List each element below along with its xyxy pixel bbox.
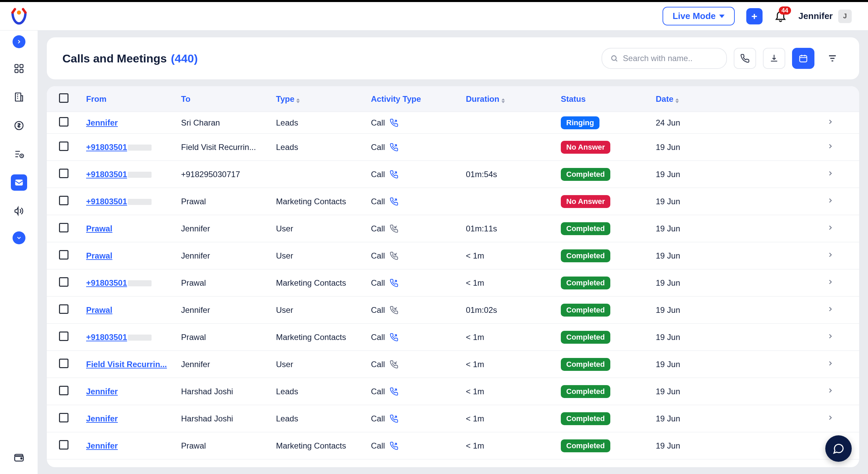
row-expand-button[interactable] <box>827 170 847 179</box>
select-all-checkbox[interactable] <box>59 93 68 103</box>
activity-cell: Call <box>371 414 466 423</box>
chevron-right-icon <box>827 387 834 394</box>
app-logo[interactable] <box>9 7 28 26</box>
row-checkbox[interactable] <box>59 331 68 341</box>
status-badge: Completed <box>561 439 610 452</box>
date-cell: 19 Jun <box>656 387 827 396</box>
row-checkbox[interactable] <box>59 169 68 178</box>
row-checkbox[interactable] <box>59 141 68 151</box>
sidebar-item-wallet[interactable] <box>11 450 27 466</box>
from-link[interactable]: Jennifer <box>86 387 118 396</box>
live-mode-label: Live Mode <box>673 11 716 21</box>
row-checkbox[interactable] <box>59 304 68 314</box>
sidebar-more-button[interactable] <box>13 231 25 244</box>
row-expand-button[interactable] <box>827 360 847 369</box>
from-link[interactable]: Prawal <box>86 251 112 260</box>
row-expand-button[interactable] <box>827 414 847 423</box>
col-from[interactable]: From <box>86 94 181 104</box>
row-checkbox[interactable] <box>59 359 68 368</box>
svg-point-10 <box>21 458 22 459</box>
sidebar-item-mail[interactable] <box>11 174 27 191</box>
from-link[interactable]: Prawal <box>86 305 112 315</box>
search-icon <box>610 54 618 63</box>
user-menu[interactable]: Jennifer J <box>798 10 852 23</box>
duration-cell: < 1m <box>466 414 561 423</box>
chat-fab[interactable] <box>825 435 852 462</box>
col-activity-type[interactable]: Activity Type <box>371 94 466 104</box>
redacted-text <box>128 145 152 151</box>
user-name: Jennifer <box>798 11 833 21</box>
svg-rect-2 <box>20 64 23 68</box>
col-type[interactable]: Type <box>276 94 371 104</box>
row-checkbox[interactable] <box>59 117 68 127</box>
phone-button[interactable] <box>734 48 756 69</box>
to-cell: Harshad Joshi <box>181 414 276 423</box>
from-link[interactable]: Jennifer <box>86 441 118 450</box>
search-input[interactable] <box>622 53 718 63</box>
date-cell: 19 Jun <box>656 251 827 261</box>
main-content: Calls and Meetings (440) From <box>38 31 868 474</box>
search-input-wrap[interactable] <box>601 48 727 69</box>
date-cell: 19 Jun <box>656 170 827 179</box>
from-link[interactable]: +91803501 <box>86 170 127 179</box>
activity-cell: Call <box>371 278 466 288</box>
row-checkbox[interactable] <box>59 196 68 205</box>
from-link[interactable]: Jennifer <box>86 414 118 423</box>
to-cell: Jennifer <box>181 251 276 261</box>
sidebar-item-billing[interactable] <box>11 117 27 134</box>
sidebar-item-dashboard[interactable] <box>11 60 27 77</box>
activity-cell: Call <box>371 305 466 315</box>
add-button[interactable]: + <box>746 8 763 24</box>
live-mode-dropdown[interactable]: Live Mode <box>663 7 735 25</box>
row-expand-button[interactable] <box>827 197 847 206</box>
row-expand-button[interactable] <box>827 118 847 128</box>
activity-cell: Call <box>371 360 466 369</box>
calendar-button[interactable] <box>792 48 814 69</box>
call-outgoing-icon <box>390 118 398 127</box>
row-expand-button[interactable] <box>827 387 847 396</box>
sidebar-item-company[interactable] <box>11 89 27 105</box>
from-link[interactable]: +91803501 <box>86 143 127 152</box>
row-expand-button[interactable] <box>827 333 847 342</box>
table-row: Jennifer Harshad Joshi Leads Call < 1m C… <box>47 378 859 405</box>
notifications-button[interactable]: 44 <box>774 9 787 23</box>
from-link[interactable]: +91803501 <box>86 197 127 206</box>
duration-cell: 01m:11s <box>466 224 561 233</box>
row-checkbox[interactable] <box>59 277 68 287</box>
download-button[interactable] <box>763 48 785 69</box>
sidebar-item-campaigns[interactable] <box>11 203 27 219</box>
from-link[interactable]: +91803501 <box>86 278 127 287</box>
sidebar-expand-button[interactable] <box>13 35 25 48</box>
row-checkbox[interactable] <box>59 223 68 232</box>
status-badge: Completed <box>561 222 610 235</box>
redacted-text <box>128 172 152 178</box>
row-expand-button[interactable] <box>827 278 847 288</box>
table-row: Prawal Jennifer User Call 01m:11s Comple… <box>47 215 859 242</box>
col-to[interactable]: To <box>181 94 276 104</box>
row-expand-button[interactable] <box>827 143 847 152</box>
building-icon <box>14 92 24 102</box>
row-checkbox[interactable] <box>59 413 68 422</box>
col-date[interactable]: Date <box>656 94 827 104</box>
from-link[interactable]: Field Visit Recurrin... <box>86 360 167 369</box>
status-badge: Completed <box>561 249 610 262</box>
row-expand-button[interactable] <box>827 305 847 315</box>
duration-cell: < 1m <box>466 387 561 396</box>
chevron-right-icon <box>827 251 834 259</box>
row-checkbox[interactable] <box>59 250 68 260</box>
status-badge: No Answer <box>561 141 610 154</box>
row-expand-button[interactable] <box>827 224 847 233</box>
row-checkbox[interactable] <box>59 386 68 395</box>
col-status[interactable]: Status <box>561 94 656 104</box>
from-link[interactable]: Jennifer <box>86 118 118 127</box>
type-cell: Marketing Contacts <box>276 333 371 342</box>
col-duration[interactable]: Duration <box>466 94 561 104</box>
row-checkbox[interactable] <box>59 440 68 450</box>
filter-button[interactable] <box>821 48 844 69</box>
sidebar-item-tasks[interactable] <box>11 146 27 162</box>
chevron-right-icon <box>827 414 834 421</box>
row-expand-button[interactable] <box>827 251 847 261</box>
from-link[interactable]: +91803501 <box>86 333 127 342</box>
type-cell: User <box>276 251 371 261</box>
from-link[interactable]: Prawal <box>86 224 112 233</box>
